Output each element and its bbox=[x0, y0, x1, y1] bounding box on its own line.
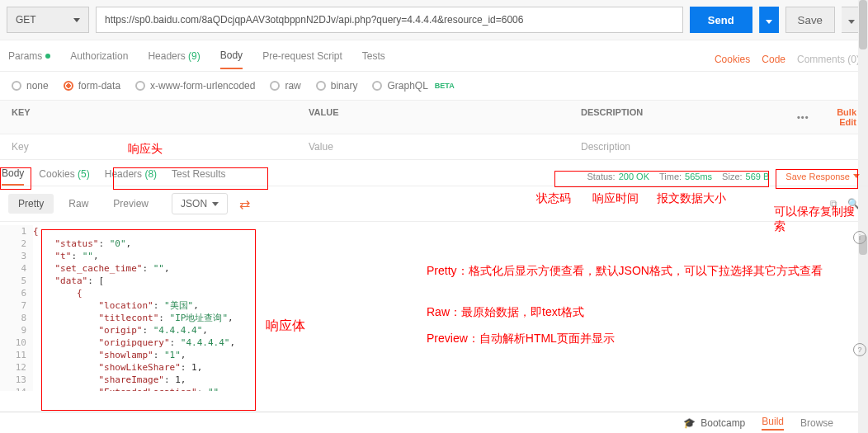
kv-row[interactable]: Key Value Description bbox=[0, 134, 868, 160]
response-time: 565ms bbox=[685, 172, 712, 181]
chevron-down-icon bbox=[73, 18, 80, 22]
copy-icon[interactable]: ⧉ bbox=[830, 198, 837, 209]
line-gutter: 1234567891011121314 bbox=[0, 225, 33, 391]
kv-header-desc: DESCRIPTION bbox=[569, 101, 785, 134]
radio-icon bbox=[270, 81, 280, 91]
response-tabs: Body Cookies (5) Headers (8) Test Result… bbox=[0, 160, 868, 186]
code-content[interactable]: { "status": "0", "t": "", "set_cache_tim… bbox=[33, 225, 868, 391]
save-button[interactable]: Save bbox=[785, 7, 835, 33]
radio-none[interactable]: none bbox=[12, 80, 49, 92]
bootcamp-link[interactable]: 🎓 Bootcamp bbox=[683, 417, 745, 429]
request-bar: GET Send Save bbox=[0, 0, 868, 40]
radio-icon bbox=[316, 81, 326, 91]
kv-header-value: VALUE bbox=[297, 101, 569, 134]
radio-graphql[interactable]: GraphQLBETA bbox=[372, 80, 454, 92]
bulk-edit-link[interactable]: Bulk Edit bbox=[818, 107, 856, 127]
link-cookies[interactable]: Cookies bbox=[715, 54, 750, 65]
more-icon[interactable]: ••• bbox=[797, 112, 809, 122]
radio-icon bbox=[372, 81, 382, 91]
save-response-button[interactable]: Save Response bbox=[779, 168, 866, 185]
status-dot-icon bbox=[45, 54, 50, 59]
view-preview[interactable]: Preview bbox=[103, 194, 158, 214]
radio-icon bbox=[12, 81, 21, 91]
send-button[interactable]: Send bbox=[690, 7, 752, 33]
build-tab[interactable]: Build bbox=[762, 416, 784, 431]
link-code[interactable]: Code bbox=[762, 54, 785, 65]
window-scrollbar[interactable] bbox=[858, 0, 868, 433]
url-input[interactable] bbox=[96, 7, 683, 33]
info-icon[interactable]: i bbox=[853, 231, 866, 244]
scroll-thumb[interactable] bbox=[859, 0, 867, 49]
format-select[interactable]: JSON bbox=[172, 193, 228, 214]
response-body[interactable]: 1234567891011121314 { "status": "0", "t"… bbox=[0, 222, 868, 391]
response-size: 569 B bbox=[746, 172, 770, 181]
link-comments[interactable]: Comments (0) bbox=[797, 54, 860, 65]
radio-icon bbox=[135, 81, 145, 91]
kv-value-input[interactable]: Value bbox=[297, 134, 569, 159]
tab-body[interactable]: Body bbox=[220, 49, 243, 69]
browse-tab[interactable]: Browse bbox=[800, 417, 833, 429]
tab-prerequest[interactable]: Pre-request Script bbox=[262, 50, 342, 68]
resp-tab-headers[interactable]: Headers (8) bbox=[105, 168, 157, 185]
chevron-down-icon bbox=[212, 202, 219, 206]
kv-header-key: KEY bbox=[0, 101, 297, 134]
request-right-links: Cookies Code Comments (0) bbox=[715, 54, 860, 65]
bottom-bar: 🎓 Bootcamp Build Browse bbox=[0, 412, 858, 433]
tab-headers[interactable]: Headers (9) bbox=[148, 50, 200, 68]
tab-authorization[interactable]: Authorization bbox=[70, 50, 128, 68]
send-split-button[interactable] bbox=[759, 7, 779, 33]
radio-icon bbox=[64, 81, 73, 91]
response-meta: Status: 200 OK Time: 565ms Size: 569 B S… bbox=[587, 168, 866, 185]
radio-urlencoded[interactable]: x-www-form-urlencoded bbox=[135, 80, 255, 92]
tab-params[interactable]: Params bbox=[8, 50, 50, 68]
radio-form-data[interactable]: form-data bbox=[64, 80, 120, 92]
body-type-row: none form-data x-www-form-urlencoded raw… bbox=[0, 72, 868, 101]
wrap-icon[interactable]: ⇄ bbox=[239, 196, 250, 212]
resp-tab-cookies[interactable]: Cookies (5) bbox=[39, 168, 89, 185]
help-icon[interactable]: ? bbox=[853, 343, 866, 356]
chevron-down-icon bbox=[853, 174, 860, 178]
kv-desc-input[interactable]: Description bbox=[569, 134, 868, 159]
view-pretty[interactable]: Pretty bbox=[8, 194, 54, 214]
chevron-down-icon bbox=[848, 20, 855, 24]
status-code: 200 OK bbox=[619, 172, 649, 181]
view-raw[interactable]: Raw bbox=[59, 194, 98, 214]
kv-key-input[interactable]: Key bbox=[0, 134, 297, 159]
resp-tab-body[interactable]: Body bbox=[2, 167, 24, 186]
graduation-cap-icon: 🎓 bbox=[683, 417, 696, 429]
method-select[interactable]: GET bbox=[7, 7, 89, 33]
chevron-down-icon bbox=[766, 20, 772, 24]
side-controls: i ? bbox=[853, 231, 866, 356]
radio-raw[interactable]: raw bbox=[270, 80, 300, 92]
request-tabs: Params Authorization Headers (9) Body Pr… bbox=[0, 40, 868, 72]
resp-tab-test-results[interactable]: Test Results bbox=[172, 168, 225, 185]
radio-binary[interactable]: binary bbox=[316, 80, 358, 92]
response-view-row: Pretty Raw Preview JSON ⇄ ⧉ 🔍 bbox=[0, 186, 868, 222]
tab-tests[interactable]: Tests bbox=[362, 50, 385, 68]
method-value: GET bbox=[16, 14, 36, 26]
kv-header: KEY VALUE DESCRIPTION ••• Bulk Edit bbox=[0, 101, 868, 134]
